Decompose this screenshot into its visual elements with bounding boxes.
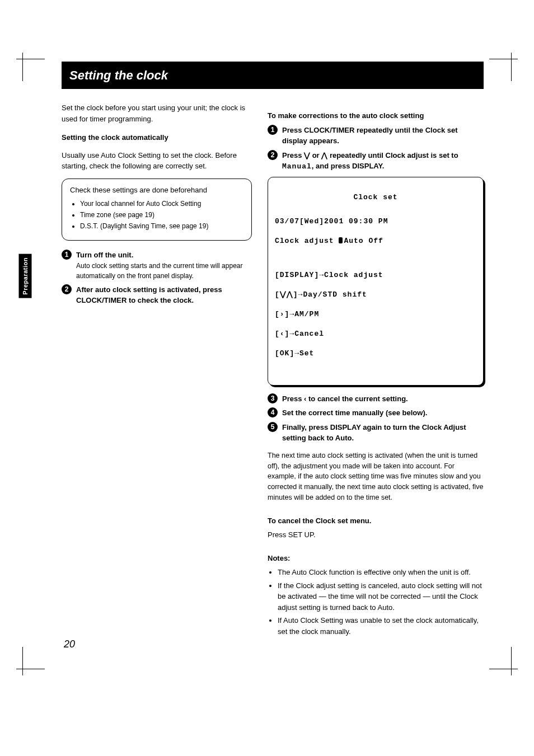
step-number-icon: 4: [268, 407, 278, 417]
corr-step-1: Press CLOCK/TIMER repeatedly until the C…: [282, 125, 484, 147]
osd-clock-adjust-row: Clock adjust Auto Off: [275, 236, 476, 246]
page-number: 20: [64, 637, 75, 652]
osd-hint-display: [DISPLAY]→Clock adjust: [275, 270, 476, 280]
corr-step-4: Set the correct time manually (see below…: [282, 407, 484, 419]
notes-heading: Notes:: [268, 553, 484, 564]
cursor-indicator-icon: [339, 237, 343, 243]
note-item: If the Clock adjust setting is canceled,…: [278, 580, 484, 613]
precheck-item: D.S.T. (Daylight Saving Time, see page 1…: [80, 221, 243, 231]
crop-mark-br: [489, 647, 512, 669]
page-title-bar: Setting the clock: [62, 62, 484, 89]
auto-clock-intro: Usually use Auto Clock Setting to set th…: [62, 150, 252, 172]
step-number-icon: 1: [268, 125, 278, 135]
step-number-icon: 1: [62, 250, 72, 260]
corr-step-3: Press ‹ to cancel the current setting.: [282, 393, 484, 405]
note-item: The Auto Clock function is effective onl…: [278, 567, 484, 578]
cancel-body: Press SET UP.: [268, 529, 484, 541]
corr-step-5: Finally, press DISPLAY again to turn the…: [282, 422, 484, 444]
step-number-icon: 5: [268, 422, 278, 432]
precheck-item: Time zone (see page 19): [80, 210, 243, 220]
osd-hint-cancel: [‹]→Cancel: [275, 329, 476, 339]
corr-step-2: Press ⋁ or ⋀ repeatedly until Clock adju…: [282, 150, 484, 172]
step-number-icon: 2: [62, 284, 72, 294]
osd-hint-shift: [⋁⋀]→Day/STD shift: [275, 290, 476, 300]
corrections-heading: To make corrections to the auto clock se…: [268, 110, 484, 121]
precheck-item: Your local channel for Auto Clock Settin…: [80, 199, 243, 209]
osd-hint-ampm: [›]→AM/PM: [275, 309, 476, 320]
note-item: If Auto Clock Setting was unable to set …: [278, 615, 484, 637]
precheck-note-box: Check these settings are done beforehand…: [62, 179, 252, 241]
osd-title: Clock set: [275, 192, 476, 203]
step-number-icon: 3: [268, 393, 278, 403]
intro-text: Set the clock before you start using you…: [62, 102, 252, 124]
crop-mark-bl: [22, 647, 45, 669]
cancel-heading: To cancel the Clock set menu.: [268, 515, 484, 527]
osd-hint-set: [OK]→Set: [275, 349, 476, 359]
osd-clock-set-panel: Clock set 03/07[Wed]2001 09:30 PM Clock …: [268, 177, 484, 386]
chevron-down-icon: ⋁: [304, 151, 310, 159]
step-1-text: Turn off the unit.: [76, 251, 133, 259]
step-number-icon: 2: [268, 150, 278, 160]
chevron-up-icon: ⋀: [321, 151, 327, 159]
osd-datetime: 03/07[Wed]2001 09:30 PM: [275, 217, 476, 227]
step-2-text: After auto clock setting is activated, p…: [76, 285, 222, 305]
note-box-header: Check these settings are done beforehand: [70, 185, 243, 196]
auto-clock-heading: Setting the clock automatically: [62, 132, 252, 143]
auto-on-paragraph: The next time auto clock setting is acti…: [268, 450, 484, 503]
step-1-sub: Auto clock setting starts and the curren…: [76, 261, 252, 281]
